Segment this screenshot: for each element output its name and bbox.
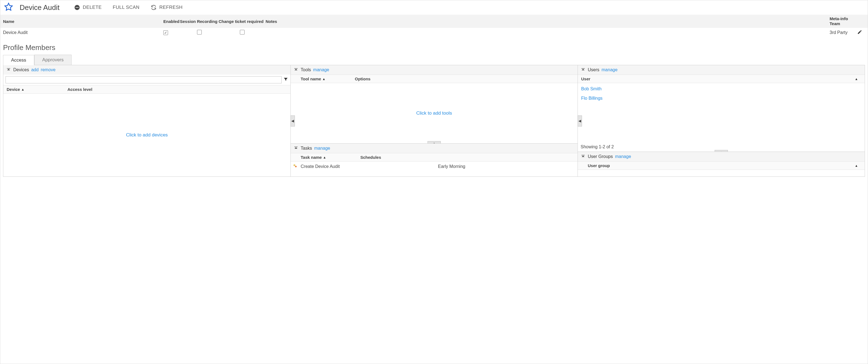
users-panel-header: Users manage — [578, 65, 865, 74]
star-icon[interactable] — [4, 2, 13, 12]
users-manage-link[interactable]: manage — [601, 67, 618, 72]
collapse-up-icon[interactable] — [293, 146, 299, 151]
svg-point-4 — [295, 166, 297, 167]
sort-asc-icon[interactable]: ▲ — [855, 164, 861, 168]
tools-grid-header: Tool name▲ Options — [291, 74, 578, 83]
devices-panel-header: Devices add remove — [3, 65, 290, 74]
user-groups-title: User Groups — [588, 154, 613, 159]
tab-access[interactable]: Access — [3, 55, 34, 65]
tools-body: Click to add tools — [291, 83, 578, 143]
collapse-up-icon[interactable] — [581, 67, 586, 72]
tools-panel-header: Tools manage — [291, 65, 578, 74]
tasks-col-schedules[interactable]: Schedules — [360, 155, 574, 160]
collapse-up-icon[interactable] — [293, 67, 299, 72]
users-col-user[interactable]: User — [581, 76, 855, 81]
tools-col-name[interactable]: Tool name▲ — [294, 76, 355, 81]
sort-asc-icon: ▲ — [322, 77, 326, 81]
task-schedule: Early Morning — [438, 164, 575, 169]
tools-manage-link[interactable]: manage — [313, 67, 329, 72]
users-groups-column: ◀ Users manage User ▲ Bob Smith Flo Bill… — [578, 65, 865, 176]
devices-grid-header: Device▲ Access level — [3, 85, 290, 94]
change-ticket-checkbox[interactable] — [240, 30, 245, 35]
sort-asc-icon[interactable]: ▲ — [855, 77, 861, 81]
tasks-title: Tasks — [301, 146, 312, 151]
section-title: Profile Members — [0, 37, 868, 55]
devices-add-link[interactable]: add — [31, 67, 39, 72]
user-link[interactable]: Bob Smith — [578, 84, 865, 94]
svg-rect-2 — [75, 7, 79, 8]
refresh-icon — [151, 4, 157, 10]
tasks-panel-header: Tasks manage — [291, 143, 578, 153]
col-session-recording: Session Recording — [180, 19, 219, 24]
devices-col-device[interactable]: Device▲ — [7, 87, 67, 92]
users-panel: Users manage User ▲ Bob Smith Flo Billin… — [578, 65, 865, 152]
user-link[interactable]: Flo Billings — [578, 94, 865, 103]
user-groups-panel: User Groups manage User group ▲ — [578, 152, 865, 176]
users-list: Bob Smith Flo Billings — [578, 83, 865, 104]
collapse-up-icon[interactable] — [6, 67, 11, 72]
overview-header-row: Name Enabled Session Recording Change ti… — [0, 14, 868, 28]
col-enabled: Enabled — [163, 19, 180, 24]
enabled-checkbox[interactable] — [163, 30, 168, 35]
panel-area: Devices add remove Device▲ Access level … — [3, 65, 865, 177]
devices-placeholder[interactable]: Click to add devices — [126, 132, 168, 138]
user-groups-grid-header: User group ▲ — [578, 161, 865, 170]
devices-column: Devices add remove Device▲ Access level … — [3, 65, 290, 176]
tools-panel: Tools manage Tool name▲ Options Click to… — [291, 65, 578, 143]
tasks-row[interactable]: Create Device Audit Early Morning — [291, 162, 578, 171]
delete-button[interactable]: DELETE — [72, 3, 104, 11]
devices-body: Click to add devices — [3, 94, 290, 176]
user-groups-panel-header: User Groups manage — [578, 152, 865, 161]
full-scan-button[interactable]: FULL SCAN — [111, 4, 142, 11]
collapse-up-icon[interactable] — [581, 154, 586, 159]
page-title: Device Audit — [20, 3, 60, 12]
tasks-panel: Tasks manage Task name▲ Schedules Create… — [291, 143, 578, 176]
minus-circle-icon — [74, 4, 80, 10]
col-meta-team: Meta-info Team — [830, 16, 857, 26]
col-name: Name — [3, 19, 163, 24]
col-change-ticket: Change ticket required — [219, 19, 266, 24]
tab-approvers[interactable]: Approvers — [34, 55, 71, 65]
column-collapse-left[interactable]: ◀ — [578, 115, 582, 127]
tasks-grid-header: Task name▲ Schedules — [291, 153, 578, 162]
refresh-button[interactable]: REFRESH — [148, 3, 185, 11]
session-recording-checkbox[interactable] — [197, 30, 202, 35]
tools-placeholder[interactable]: Click to add tools — [416, 110, 452, 116]
devices-remove-link[interactable]: remove — [41, 67, 56, 72]
filter-icon[interactable] — [283, 77, 288, 83]
user-groups-col[interactable]: User group — [581, 163, 855, 168]
devices-title: Devices — [13, 67, 29, 72]
devices-search-input[interactable] — [5, 76, 282, 84]
overview-data-row: Device Audit 3rd Party — [0, 28, 868, 37]
tab-row: Access Approvers — [3, 55, 865, 65]
edit-icon[interactable] — [857, 30, 865, 36]
svg-marker-0 — [5, 3, 12, 10]
tools-col-options[interactable]: Options — [355, 76, 574, 81]
tasks-col-name[interactable]: Task name▲ — [294, 155, 360, 160]
svg-point-3 — [293, 164, 296, 166]
user-groups-manage-link[interactable]: manage — [615, 154, 631, 159]
tasks-manage-link[interactable]: manage — [314, 146, 330, 151]
overview-name: Device Audit — [3, 30, 163, 35]
col-notes: Notes — [266, 19, 830, 24]
overview-team: 3rd Party — [830, 30, 857, 35]
tools-tasks-column: ◀ Tools manage Tool name▲ Options Click … — [290, 65, 578, 176]
devices-col-access[interactable]: Access level — [67, 87, 287, 92]
column-collapse-left[interactable]: ◀ — [290, 115, 295, 127]
users-grid-header: User ▲ — [578, 74, 865, 83]
task-name: Create Device Audit — [301, 164, 438, 169]
users-title: Users — [588, 67, 599, 72]
sort-asc-icon: ▲ — [21, 88, 24, 91]
devices-search-wrap — [3, 74, 290, 85]
top-toolbar: Device Audit DELETE FULL SCAN REFRESH — [0, 0, 868, 14]
task-icon — [293, 164, 301, 169]
tools-title: Tools — [301, 67, 311, 72]
sort-asc-icon: ▲ — [323, 156, 326, 159]
